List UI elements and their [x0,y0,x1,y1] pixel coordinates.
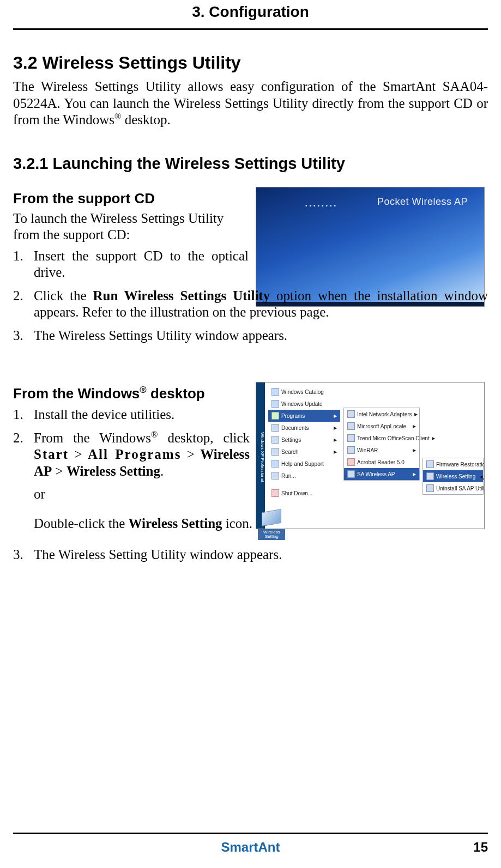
section-title: 3.2 Wireless Settings Utility [13,53,488,73]
menu-label: Uninstall SA AP Utilities [436,485,485,491]
win-heading-a: From the Windows [13,385,140,402]
submenu-arrow-icon: ▶ [334,414,337,418]
footer-product-name: SmartAnt [221,840,280,855]
menu-label: Acrobat Reader 5.0 [357,459,405,465]
registered-mark: ® [151,429,158,439]
acrobat-icon [347,458,355,466]
menu-item-help[interactable]: Help and Support [268,458,340,470]
win-step-2: From the Windows® desktop, click Start >… [13,430,250,480]
menu-label: Documents [281,425,309,431]
menu-item-winrar[interactable]: WinRAR▶ [344,444,419,456]
menu-label: Firmware Restoration [436,462,485,468]
page-number: 15 [473,840,488,855]
menu-item-firmware[interactable]: Firmware Restoration [423,458,483,470]
menu-item-windows-catalog[interactable]: Windows Catalog [268,386,340,398]
menu-item-programs[interactable]: Programs▶ [268,410,340,422]
programs-icon [271,412,279,420]
from-cd-intro: To launch the Wireless Settings Utility … [13,210,249,244]
cd-step-1: Insert the support CD to the optical dri… [13,248,249,281]
page-footer: SmartAnt 15 [13,833,488,855]
start-menu-col2: Intel Network Adapters▶ Microsoft AppLoc… [343,408,420,481]
menu-item-windows-update[interactable]: Windows Update [268,398,340,410]
menu-label: Windows Update [281,401,323,407]
folder-icon [347,434,355,442]
menu-label: Shut Down... [281,490,312,496]
menu-label: Intel Network Adapters [357,411,412,417]
win-step-3: The Wireless Setting Utility window appe… [13,547,488,563]
update-icon [271,400,279,408]
app-icon [426,460,434,468]
start-menu-col3: Firmware Restoration Wireless Setting Un… [422,458,484,495]
menu-label: SA Wireless AP [357,471,395,477]
start-menu-figure: Windows XP Professional Windows Catalog … [256,382,485,529]
menu-label: Windows Catalog [281,389,324,395]
win-steps-list-cont: The Wireless Setting Utility window appe… [13,547,488,563]
dbl-a: Double-click the [34,515,129,530]
path-sep: > [69,447,88,462]
menu-item-uninstall[interactable]: Uninstall SA AP Utilities [423,482,483,494]
app-icon [426,472,434,480]
registered-mark: ® [114,112,121,122]
menu-label: Settings [281,437,301,443]
menu-item-wireless-setting[interactable]: Wireless Setting [423,470,483,482]
path-sep: > [52,464,67,478]
menu-label: Microsoft AppLocale [357,423,406,429]
menu-label: Search [281,449,299,455]
from-cd-block: •••••••• Pocket Wireless AP From the sup… [13,190,488,344]
folder-icon [347,470,355,478]
cd-step-2: Click the Run Wireless Settings Utility … [13,288,488,321]
menu-item-sa-wireless-ap[interactable]: SA Wireless AP▶ [344,468,419,480]
folder-icon [347,410,355,418]
help-icon [271,460,279,468]
shutdown-icon [271,489,279,497]
win-step-1: Install the device utilities. [13,406,250,423]
path-start: Start [34,447,69,462]
dbl-c: icon. [222,515,253,530]
menu-label: Run... [281,473,296,479]
registered-mark: ® [140,385,146,395]
menu-label: Programs [281,413,305,419]
chapter-header: 3. Configuration [13,0,488,28]
from-windows-block: Windows XP Professional Windows Catalog … [13,385,488,563]
menu-item-search[interactable]: Search▶ [268,446,340,458]
period: . [160,464,164,478]
dbl-b: Wireless Setting [129,515,222,530]
subsection-title: 3.2.1 Launching the Wireless Settings Ut… [13,155,488,173]
folder-icon [347,446,355,454]
win-step-2b: desktop, click [158,430,250,445]
footer-rule [13,833,488,834]
intro-paragraph: The Wireless Settings Utility allows eas… [13,78,488,129]
menu-item-shutdown[interactable]: Shut Down... [268,487,340,499]
documents-icon [271,424,279,432]
submenu-arrow-icon: ▶ [413,472,416,477]
menu-label: Trend Micro OfficeScan Client [357,435,430,441]
figure-label: Pocket Wireless AP [377,196,468,208]
submenu-arrow-icon: ▶ [413,424,416,429]
intro-text-1: The Wireless Settings Utility allows eas… [13,79,488,127]
path-sep: > [181,447,200,462]
submenu-arrow-icon: ▶ [432,436,435,441]
cd-step-3: The Wireless Settings Utility window app… [13,327,488,344]
submenu-arrow-icon: ▶ [414,412,418,417]
path-wireless-setting: Wireless Setting [67,464,160,478]
cursor-icon: ↖ [480,474,485,482]
win-step-2a: From the Windows [34,430,151,445]
catalog-icon [271,388,279,396]
menu-label: WinRAR [357,447,378,453]
cd-step-2b: Run Wireless Settings Utility [93,288,270,303]
icon-label-2: Setting [265,534,279,539]
decorative-dots: •••••••• [305,203,338,209]
menu-item-run[interactable]: Run... [268,470,340,482]
menu-item-documents[interactable]: Documents▶ [268,422,340,434]
intro-text-2: desktop. [121,112,170,127]
submenu-arrow-icon: ▶ [334,438,337,442]
path-all-programs: All Programs [88,447,181,462]
menu-item-trend[interactable]: Trend Micro OfficeScan Client▶ [344,432,419,444]
menu-item-applocale[interactable]: Microsoft AppLocale▶ [344,420,419,432]
menu-item-intel[interactable]: Intel Network Adapters▶ [344,408,419,420]
menu-label: Help and Support [281,461,324,467]
start-menu-col1: Windows Catalog Windows Update Programs▶… [268,386,340,499]
run-icon [271,472,279,479]
menu-item-settings[interactable]: Settings▶ [268,434,340,446]
menu-item-acrobat[interactable]: Acrobat Reader 5.0 [344,456,419,468]
